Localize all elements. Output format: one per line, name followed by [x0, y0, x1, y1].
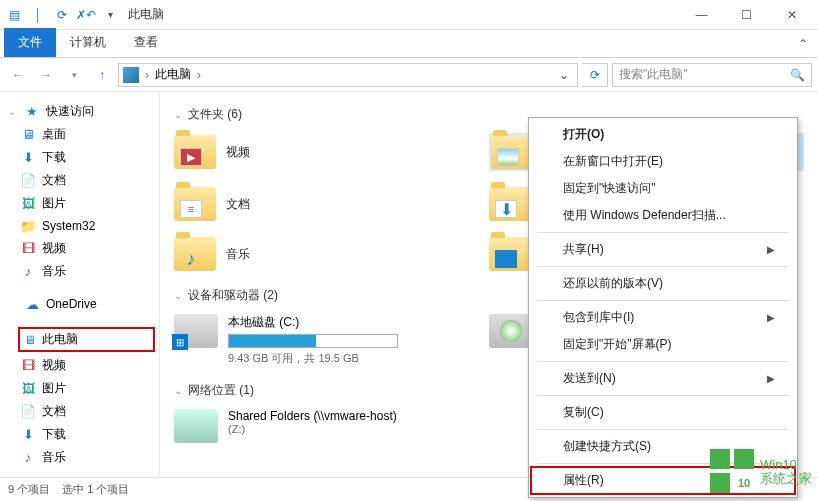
history-dropdown[interactable]: ▾ [62, 63, 86, 87]
chevron-down-icon: ⌄ [174, 109, 182, 120]
sidebar-label: 图片 [42, 195, 66, 212]
drive-info: 本地磁盘 (C:) 9.43 GB 可用，共 19.5 GB [228, 314, 489, 366]
menu-separator [537, 300, 789, 301]
music-icon: ♪ [20, 264, 36, 280]
sidebar-label: 下载 [42, 149, 66, 166]
submenu-arrow-icon: ▶ [767, 244, 775, 255]
breadcrumb-root[interactable]: 此电脑 [155, 66, 191, 83]
ribbon-collapse-button[interactable]: ⌃ [788, 31, 818, 57]
chevron-down-icon: ⌄ [174, 290, 182, 301]
picture-icon: 🖼 [20, 196, 36, 212]
menu-pin-start[interactable]: 固定到"开始"屏幕(P) [531, 331, 795, 358]
address-dropdown-icon[interactable]: ⌄ [555, 68, 573, 82]
titlebar: ▤ │ ⟳ ✗↶ ▾ 此电脑 — ☐ ✕ [0, 0, 818, 30]
sidebar-item-thispc[interactable]: 🖥 此电脑 [18, 327, 155, 352]
sidebar-item-pictures-pc[interactable]: 🖼图片 [0, 377, 159, 400]
maximize-button[interactable]: ☐ [724, 1, 769, 29]
vertical-bar-icon: │ [28, 5, 48, 25]
menu-send-to[interactable]: 发送到(N)▶ [531, 365, 795, 392]
sidebar-item-videos[interactable]: 🎞视频 [0, 237, 159, 260]
submenu-arrow-icon: ▶ [767, 312, 775, 323]
drive-c[interactable]: ⊞ 本地磁盘 (C:) 9.43 GB 可用，共 19.5 GB [174, 314, 489, 366]
group-label: 网络位置 (1) [188, 382, 254, 399]
document-icon: 📄 [20, 173, 36, 189]
quick-access-toolbar: ▤ │ ⟳ ✗↶ ▾ [4, 5, 120, 25]
drive-icon: ⊞ [174, 314, 218, 348]
sidebar-item-pictures[interactable]: 🖼图片 [0, 192, 159, 215]
watermark-text: Win10 系统之家 [760, 458, 812, 487]
search-input[interactable]: 搜索"此电脑" 🔍 [612, 63, 812, 87]
menu-separator [537, 266, 789, 267]
menu-open[interactable]: 打开(O) [531, 121, 795, 148]
window-title: 此电脑 [128, 6, 164, 23]
folder-music[interactable]: ♪ 音乐 [174, 237, 489, 271]
menu-pin-quick-access[interactable]: 固定到"快速访问" [531, 175, 795, 202]
pc-icon [123, 67, 139, 83]
tab-file[interactable]: 文件 [4, 28, 56, 57]
network-sub: (Z:) [228, 423, 489, 435]
back-button[interactable]: ← [6, 63, 30, 87]
menu-defender-scan[interactable]: 使用 Windows Defender扫描... [531, 202, 795, 229]
menu-separator [537, 429, 789, 430]
network-shared[interactable]: Shared Folders (\\vmware-host) (Z:) [174, 409, 489, 443]
sidebar-item-onedrive[interactable]: ☁ OneDrive [0, 293, 159, 315]
menu-separator [537, 361, 789, 362]
folder-icon: ≡ [174, 187, 216, 221]
sidebar-item-downloads[interactable]: ⬇下载 [0, 146, 159, 169]
breadcrumb-sep-icon: › [145, 68, 149, 82]
chevron-down-icon: ⌄ [174, 385, 182, 396]
sidebar-item-desktop[interactable]: 🖥桌面 [0, 123, 159, 146]
folder-documents[interactable]: ≡ 文档 [174, 187, 489, 221]
network-info: Shared Folders (\\vmware-host) (Z:) [228, 409, 489, 435]
folder-icon: 📁 [20, 218, 36, 234]
qat-dropdown-icon[interactable]: ▾ [100, 5, 120, 25]
navbar: ← → ▾ ↑ › 此电脑 › ⌄ ⟳ 搜索"此电脑" 🔍 [0, 58, 818, 92]
up-button[interactable]: ↑ [90, 63, 114, 87]
folder-icon: ▶ [174, 135, 216, 169]
menu-restore-versions[interactable]: 还原以前的版本(V) [531, 270, 795, 297]
sidebar-item-downloads-pc[interactable]: ⬇下载 [0, 423, 159, 446]
navigation-pane: ⌄ ★ 快速访问 🖥桌面 ⬇下载 📄文档 🖼图片 📁System32 🎞视频 ♪… [0, 92, 160, 476]
picture-icon: 🖼 [20, 381, 36, 397]
minimize-button[interactable]: — [679, 1, 724, 29]
sidebar-item-videos-pc[interactable]: 🎞视频 [0, 354, 159, 377]
refresh-button[interactable]: ⟳ [582, 63, 608, 87]
menu-open-new-window[interactable]: 在新窗口中打开(E) [531, 148, 795, 175]
sidebar-item-system32[interactable]: 📁System32 [0, 215, 159, 237]
menu-include-library[interactable]: 包含到库中(I)▶ [531, 304, 795, 331]
sidebar-item-quick-access[interactable]: ⌄ ★ 快速访问 [0, 100, 159, 123]
sidebar-label: 桌面 [42, 126, 66, 143]
status-selected-count: 选中 1 个项目 [62, 482, 129, 497]
menu-copy[interactable]: 复制(C) [531, 399, 795, 426]
undo-icon[interactable]: ✗↶ [76, 5, 96, 25]
network-name: Shared Folders (\\vmware-host) [228, 409, 489, 423]
video-icon: 🎞 [20, 358, 36, 374]
windows-badge-icon: ⊞ [172, 334, 188, 350]
group-label: 文件夹 (6) [188, 106, 242, 123]
folder-videos[interactable]: ▶ 视频 [174, 133, 489, 171]
sync-icon[interactable]: ⟳ [52, 5, 72, 25]
tab-view[interactable]: 查看 [120, 28, 172, 57]
sidebar-label: 文档 [42, 172, 66, 189]
desktop-icon: 🖥 [20, 127, 36, 143]
dvd-icon [489, 314, 533, 348]
star-icon: ★ [24, 104, 40, 120]
breadcrumb-sep-icon: › [197, 68, 201, 82]
expand-icon[interactable]: ⌄ [8, 106, 18, 117]
folder-label: 视频 [226, 144, 250, 161]
document-icon: 📄 [20, 404, 36, 420]
cloud-icon: ☁ [24, 296, 40, 312]
sidebar-item-music-pc[interactable]: ♪音乐 [0, 446, 159, 469]
address-bar[interactable]: › 此电脑 › ⌄ [118, 63, 578, 87]
forward-button[interactable]: → [34, 63, 58, 87]
window-controls: — ☐ ✕ [679, 1, 814, 29]
menu-share[interactable]: 共享(H)▶ [531, 236, 795, 263]
tab-computer[interactable]: 计算机 [56, 28, 120, 57]
sidebar-item-documents-pc[interactable]: 📄文档 [0, 400, 159, 423]
sidebar-item-music[interactable]: ♪音乐 [0, 260, 159, 283]
sidebar-label: OneDrive [46, 297, 97, 311]
download-icon: ⬇ [20, 150, 36, 166]
sidebar-item-documents[interactable]: 📄文档 [0, 169, 159, 192]
sidebar-label: 下载 [42, 426, 66, 443]
close-button[interactable]: ✕ [769, 1, 814, 29]
